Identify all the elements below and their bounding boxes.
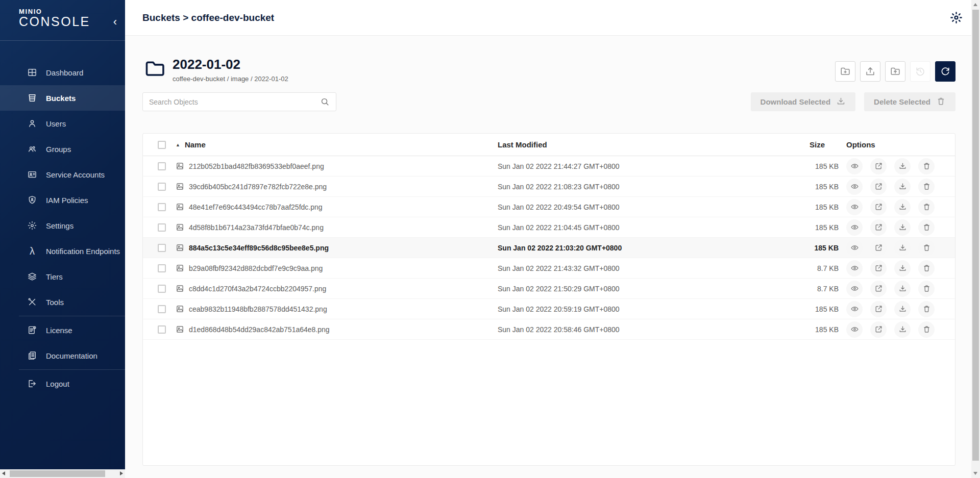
sidebar-item-dashboard[interactable]: Dashboard [0,60,125,85]
delete-object-button[interactable] [918,301,935,317]
license-icon [27,325,37,335]
scroll-down-arrow[interactable] [973,472,977,475]
share-object-button[interactable] [870,158,887,174]
download-object-button[interactable] [894,240,911,256]
download-selected-button[interactable]: Download Selected [751,92,856,111]
horizontal-scroll-thumb[interactable] [10,470,105,477]
refresh-button[interactable] [935,61,955,82]
preview-object-button[interactable] [846,260,863,276]
row-checkbox[interactable] [158,285,166,293]
object-row[interactable]: 48e41ef7e69c443494cc78b7aaf25fdc.pngSun … [143,197,955,217]
sidebar-item-settings[interactable]: Settings [0,213,125,238]
preview-object-button[interactable] [846,240,863,256]
horizontal-scrollbar[interactable] [0,469,125,478]
sort-asc-icon[interactable]: ▲ [176,142,180,147]
delete-selected-button[interactable]: Delete Selected [864,92,955,111]
sidebar-collapse-button[interactable]: ‹ [113,16,117,28]
object-name[interactable]: 212b052b1bad482fb8369533ebf0aeef.png [189,162,324,170]
download-object-button[interactable] [894,219,911,236]
row-checkbox[interactable] [158,183,166,191]
share-object-button[interactable] [870,179,887,195]
preview-object-button[interactable] [846,281,863,297]
download-object-button[interactable] [894,179,911,195]
share-object-button[interactable] [870,219,887,236]
sidebar-item-tiers[interactable]: Tiers [0,264,125,289]
object-row[interactable]: d1ed868d48b54dd29ac842ab751a64e8.pngSun … [143,319,955,340]
download-object-button[interactable] [894,158,911,174]
object-name[interactable]: b29a08fbf92342d882dcbdf7e9c9c9aa.png [189,264,323,272]
vertical-scrollbar[interactable] [971,0,980,478]
search-input[interactable] [149,98,320,106]
delete-object-button[interactable] [918,158,935,174]
preview-object-button[interactable] [846,301,863,317]
object-name[interactable]: 884a5c13c5e34eff89c56d8c95bee8e5.png [189,244,329,252]
object-row[interactable]: ceab9832b11948bfb2887578dd451432.pngSun … [143,299,955,319]
create-path-button[interactable] [835,61,855,82]
sidebar-item-iam-policies[interactable]: IAM Policies [0,187,125,213]
object-row[interactable]: c8dd4c1d270f43a2b4724ccbb2204957.pngSun … [143,279,955,299]
sidebar-item-license[interactable]: License [0,317,125,343]
row-checkbox[interactable] [158,203,166,211]
download-object-button[interactable] [894,260,911,276]
object-name[interactable]: 4d58f8b1b6714a23a73fd47bfae0b74c.png [189,223,324,232]
object-row[interactable]: 212b052b1bad482fb8369533ebf0aeef.pngSun … [143,156,955,177]
scroll-up-arrow[interactable] [973,3,977,6]
sidebar-item-service-accounts[interactable]: Service Accounts [0,162,125,187]
share-object-button[interactable] [870,240,887,256]
sidebar-item-documentation[interactable]: Documentation [0,343,125,368]
vertical-scroll-thumb[interactable] [972,10,979,461]
share-object-button[interactable] [870,301,887,317]
sidebar-item-logout[interactable]: Logout [0,371,125,396]
object-row[interactable]: 4d58f8b1b6714a23a73fd47bfae0b74c.pngSun … [143,217,955,238]
sidebar-item-groups[interactable]: Groups [0,136,125,162]
sidebar-item-buckets[interactable]: Buckets [0,85,125,111]
object-row[interactable]: 39cd6b405bc241d7897e782fcb722e8e.pngSun … [143,177,955,197]
delete-object-button[interactable] [918,179,935,195]
delete-object-button[interactable] [918,240,935,256]
scroll-left-arrow[interactable] [2,471,5,475]
upload-folder-button[interactable] [885,61,905,82]
preview-object-button[interactable] [846,158,863,174]
object-name[interactable]: c8dd4c1d270f43a2b4724ccbb2204957.png [189,285,326,293]
row-checkbox[interactable] [158,223,166,232]
header-size[interactable]: Size [712,140,839,149]
share-object-button[interactable] [870,281,887,297]
row-checkbox[interactable] [158,162,166,170]
upload-file-button[interactable] [860,61,880,82]
delete-object-button[interactable] [918,219,935,236]
select-all-checkbox[interactable] [158,141,166,149]
object-name[interactable]: 39cd6b405bc241d7897e782fcb722e8e.png [189,183,327,191]
object-name[interactable]: d1ed868d48b54dd29ac842ab751a64e8.png [189,325,330,334]
header-last-modified[interactable]: Last Modified [498,140,712,149]
download-object-button[interactable] [894,321,911,338]
preview-object-button[interactable] [846,199,863,215]
sidebar-item-users[interactable]: Users [0,111,125,136]
object-row[interactable]: 884a5c13c5e34eff89c56d8c95bee8e5.pngSun … [143,238,955,258]
download-object-button[interactable] [894,301,911,317]
row-checkbox[interactable] [158,305,166,313]
download-object-button[interactable] [894,281,911,297]
sidebar-item-notification-endpoints[interactable]: λNotification Endpoints [0,238,125,264]
delete-object-button[interactable] [918,199,935,215]
row-checkbox[interactable] [158,325,166,334]
preview-object-button[interactable] [846,321,863,338]
settings-gear-button[interactable] [949,11,963,25]
rewind-button[interactable] [910,61,930,82]
preview-object-button[interactable] [846,179,863,195]
sidebar-item-tools[interactable]: Tools [0,289,125,315]
row-checkbox[interactable] [158,264,166,272]
object-row[interactable]: b29a08fbf92342d882dcbdf7e9c9c9aa.pngSun … [143,258,955,279]
delete-object-button[interactable] [918,321,935,338]
object-name[interactable]: 48e41ef7e69c443494cc78b7aaf25fdc.png [189,203,323,211]
header-name[interactable]: Name [185,140,206,149]
delete-object-button[interactable] [918,281,935,297]
share-object-button[interactable] [870,321,887,338]
delete-object-button[interactable] [918,260,935,276]
download-object-button[interactable] [894,199,911,215]
share-object-button[interactable] [870,199,887,215]
row-checkbox[interactable] [158,244,166,252]
scroll-right-arrow[interactable] [120,471,123,475]
object-name[interactable]: ceab9832b11948bfb2887578dd451432.png [189,305,327,313]
share-object-button[interactable] [870,260,887,276]
preview-object-button[interactable] [846,219,863,236]
